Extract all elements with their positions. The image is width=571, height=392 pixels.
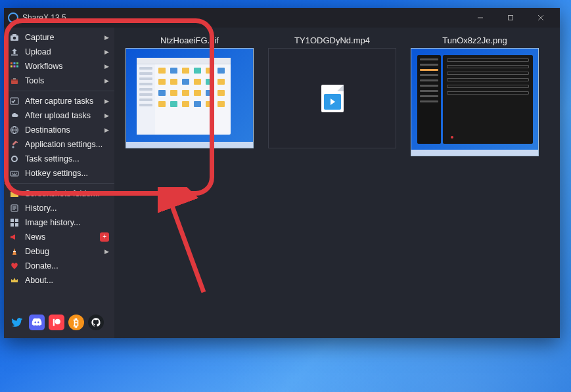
svg-rect-39 xyxy=(13,251,16,252)
svg-point-41 xyxy=(55,319,60,324)
menu-separator xyxy=(4,91,114,91)
megaphone-icon xyxy=(9,232,20,242)
sharex-window: ShareX 13.5 Capture ▶ Upload ▶ Workflows… xyxy=(4,8,560,338)
menu-app-settings[interactable]: Application settings... xyxy=(4,137,114,152)
menu-task-settings[interactable]: Task settings... xyxy=(4,152,114,166)
maximize-button[interactable] xyxy=(495,8,526,28)
menu-hotkey-settings[interactable]: Hotkey settings... xyxy=(4,166,114,181)
menu-image-history[interactable]: Image history... xyxy=(4,215,114,230)
bitcoin-icon[interactable]: ₿ xyxy=(68,315,84,330)
svg-rect-14 xyxy=(14,66,16,68)
crown-icon xyxy=(9,275,20,286)
svg-rect-13 xyxy=(11,66,12,68)
toolbox-icon xyxy=(9,76,20,86)
thumbnail-item[interactable]: TunOx8z2Je.png xyxy=(407,35,542,156)
menu-label: Destinations xyxy=(25,125,99,135)
menu-upload[interactable]: Upload ▶ xyxy=(4,45,114,59)
svg-rect-18 xyxy=(13,78,16,79)
svg-rect-28 xyxy=(16,173,17,174)
news-badge: + xyxy=(100,232,109,242)
menu-label: About... xyxy=(25,276,109,285)
thumbnail-preview[interactable] xyxy=(268,48,396,148)
menu-tools[interactable]: Tools ▶ xyxy=(4,74,114,88)
svg-point-24 xyxy=(14,158,16,160)
thumbnail-item[interactable]: TY1ODGDyNd.mp4 xyxy=(265,35,400,148)
thumbnail-item[interactable]: NtzHoaeiFG.gif xyxy=(122,35,257,148)
video-file-icon xyxy=(321,85,344,112)
menu-label: After upload tasks xyxy=(25,111,99,120)
patreon-icon[interactable] xyxy=(49,315,64,330)
menu-screenshots-folder[interactable]: Screenshots folder... xyxy=(4,186,114,201)
svg-rect-12 xyxy=(16,62,18,64)
close-button[interactable] xyxy=(526,8,556,28)
svg-rect-29 xyxy=(12,175,16,175)
menu-workflows[interactable]: Workflows ▶ xyxy=(4,59,114,74)
menu-label: Image history... xyxy=(25,218,109,227)
workflows-icon xyxy=(9,61,20,72)
menu-label: Capture xyxy=(25,33,99,42)
svg-rect-7 xyxy=(12,34,16,36)
menu-capture[interactable]: Capture ▶ xyxy=(4,30,114,45)
menu-label: Task settings... xyxy=(25,154,109,163)
menu-after-upload[interactable]: After upload tasks ▶ xyxy=(4,108,114,123)
svg-rect-34 xyxy=(11,219,14,222)
submenu-arrow-icon: ▶ xyxy=(104,49,109,55)
sidebar-footer: ₿ xyxy=(4,311,114,336)
menu-news[interactable]: News + xyxy=(4,230,114,244)
image-grid-icon xyxy=(9,217,20,228)
svg-rect-3 xyxy=(509,16,513,20)
globe-icon xyxy=(9,125,20,135)
submenu-arrow-icon: ▶ xyxy=(104,98,109,104)
svg-rect-17 xyxy=(11,79,18,81)
discord-icon[interactable] xyxy=(29,315,45,330)
svg-point-8 xyxy=(13,37,16,40)
history-icon xyxy=(9,203,20,213)
upload-icon xyxy=(9,47,20,57)
svg-rect-27 xyxy=(14,173,15,174)
wrench-icon xyxy=(9,139,20,150)
menu-separator xyxy=(4,183,114,184)
twitter-icon[interactable] xyxy=(9,315,25,330)
menu-label: History... xyxy=(25,204,109,213)
heart-icon xyxy=(9,261,20,271)
svg-rect-10 xyxy=(11,62,12,64)
menu-after-capture[interactable]: After capture tasks ▶ xyxy=(4,94,114,108)
sidebar: Capture ▶ Upload ▶ Workflows ▶ Tools ▶ xyxy=(4,28,114,338)
menu-label: Screenshots folder... xyxy=(25,189,109,198)
menu-donate[interactable]: Donate... xyxy=(4,259,114,273)
sharex-logo-icon xyxy=(8,12,18,23)
menu-history[interactable]: History... xyxy=(4,201,114,215)
svg-rect-36 xyxy=(11,223,14,227)
submenu-arrow-icon: ▶ xyxy=(104,127,109,133)
svg-rect-38 xyxy=(11,236,12,238)
svg-rect-26 xyxy=(12,173,13,174)
github-icon[interactable] xyxy=(88,315,104,330)
submenu-arrow-icon: ▶ xyxy=(104,34,109,41)
svg-rect-15 xyxy=(16,66,18,68)
thumbnail-filename: TunOx8z2Je.png xyxy=(442,35,507,45)
thumbnail-filename: TY1ODGDyNd.mp4 xyxy=(294,35,370,45)
svg-rect-37 xyxy=(15,223,18,227)
menu-label: Donate... xyxy=(25,261,109,271)
menu-label: Debug xyxy=(25,247,99,256)
submenu-arrow-icon: ▶ xyxy=(104,63,109,70)
checklist-icon xyxy=(9,96,20,106)
window-title: ShareX 13.5 xyxy=(22,13,66,22)
menu-label: Application settings... xyxy=(25,140,109,149)
folder-icon xyxy=(9,188,20,199)
thumbnail-preview[interactable] xyxy=(126,48,254,148)
thumbnail-preview[interactable] xyxy=(411,48,539,156)
cloud-check-icon xyxy=(9,110,20,121)
menu-label: News xyxy=(25,232,95,242)
menu-label: Hotkey settings... xyxy=(25,169,109,178)
menu-label: Upload xyxy=(25,47,99,56)
gear-icon xyxy=(9,154,20,164)
svg-rect-11 xyxy=(14,62,16,64)
keyboard-icon xyxy=(9,168,20,179)
menu-destinations[interactable]: Destinations ▶ xyxy=(4,123,114,137)
minimize-button[interactable] xyxy=(465,8,495,28)
titlebar[interactable]: ShareX 13.5 xyxy=(4,8,560,28)
menu-label: After capture tasks xyxy=(25,97,99,106)
menu-about[interactable]: About... xyxy=(4,273,114,288)
menu-debug[interactable]: Debug ▶ xyxy=(4,244,114,259)
